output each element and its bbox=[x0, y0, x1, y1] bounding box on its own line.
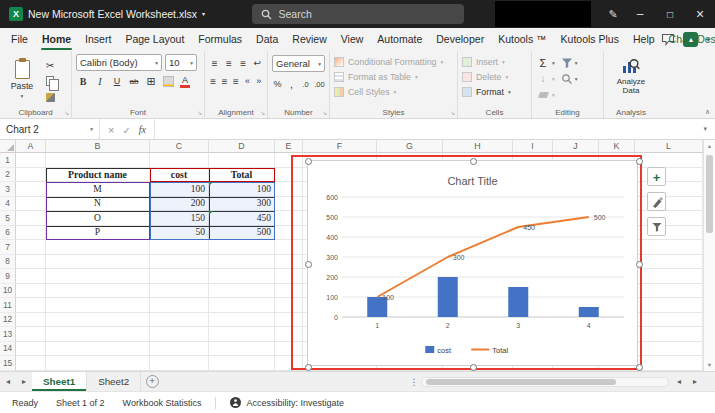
column-header-L[interactable]: L bbox=[635, 140, 703, 153]
cell-B11[interactable] bbox=[46, 298, 150, 313]
cell-D4[interactable]: 300 bbox=[209, 197, 275, 212]
cell-A7[interactable] bbox=[16, 240, 46, 255]
cell-C13[interactable] bbox=[150, 327, 209, 342]
cell-L7[interactable] bbox=[635, 240, 703, 255]
cell-B2[interactable]: Product name bbox=[46, 168, 150, 183]
row-header-10[interactable]: 10 bbox=[0, 284, 16, 299]
share-button[interactable] bbox=[683, 32, 698, 47]
cell-A4[interactable] bbox=[16, 197, 46, 212]
font-size-select[interactable]: 10 bbox=[165, 54, 197, 71]
horizontal-scrollbar-thumb[interactable] bbox=[426, 379, 616, 385]
cell-B9[interactable] bbox=[46, 269, 150, 284]
cell-C11[interactable] bbox=[150, 298, 209, 313]
maximize-button[interactable] bbox=[655, 0, 685, 28]
cell-E4[interactable] bbox=[275, 197, 303, 212]
collapse-ribbon-chevron-icon[interactable] bbox=[705, 108, 710, 116]
chart-elements-button[interactable] bbox=[647, 167, 666, 186]
title-dropdown-chevron-icon[interactable] bbox=[202, 11, 205, 17]
ribbon-options-chevron-icon[interactable] bbox=[706, 36, 710, 44]
font-dialog-launcher[interactable] bbox=[197, 109, 202, 116]
cell-D8[interactable] bbox=[209, 255, 275, 270]
cell-E8[interactable] bbox=[275, 255, 303, 270]
cell-E5[interactable] bbox=[275, 211, 303, 226]
cell-D13[interactable] bbox=[209, 327, 275, 342]
next-sheet-icon[interactable] bbox=[16, 372, 32, 391]
cell-B14[interactable] bbox=[46, 342, 150, 357]
paste-button[interactable]: Paste bbox=[4, 54, 40, 104]
cell-E14[interactable] bbox=[275, 342, 303, 357]
ribbon-tab-file[interactable]: File bbox=[4, 29, 35, 51]
cell-A9[interactable] bbox=[16, 269, 46, 284]
cell-A5[interactable] bbox=[16, 211, 46, 226]
cell-A12[interactable] bbox=[16, 313, 46, 328]
cell-E10[interactable] bbox=[275, 284, 303, 299]
cell-D15[interactable] bbox=[209, 356, 275, 371]
cell-C14[interactable] bbox=[150, 342, 209, 357]
row-header-6[interactable]: 6 bbox=[0, 226, 16, 241]
cell-C6[interactable]: 50 bbox=[150, 226, 209, 241]
scroll-left-icon[interactable] bbox=[671, 372, 687, 391]
cell-A10[interactable] bbox=[16, 284, 46, 299]
column-header-H[interactable]: H bbox=[443, 140, 513, 153]
row-header-15[interactable]: 15 bbox=[0, 356, 16, 371]
clear-button[interactable] bbox=[536, 88, 555, 101]
ribbon-tab-help[interactable]: Help bbox=[626, 29, 662, 51]
borders-icon[interactable] bbox=[144, 74, 158, 88]
cell-C15[interactable] bbox=[150, 356, 209, 371]
cell-B7[interactable] bbox=[46, 240, 150, 255]
enter-icon[interactable] bbox=[122, 120, 130, 138]
align-right-icon[interactable] bbox=[232, 74, 240, 88]
percent-style-icon[interactable] bbox=[272, 77, 283, 91]
delete-cells-button[interactable]: Delete bbox=[462, 69, 527, 84]
cell-L10[interactable] bbox=[635, 284, 703, 299]
clipboard-dialog-launcher[interactable] bbox=[64, 109, 69, 116]
column-header-A[interactable]: A bbox=[16, 140, 46, 153]
comma-style-icon[interactable] bbox=[286, 77, 297, 91]
vertical-scrollbar-thumb[interactable] bbox=[706, 155, 713, 233]
new-sheet-button[interactable] bbox=[141, 372, 163, 391]
decrease-decimal-icon[interactable] bbox=[314, 77, 325, 91]
analyze-data-button[interactable]: Analyze Data bbox=[608, 54, 654, 95]
insert-cells-button[interactable]: Insert bbox=[462, 54, 527, 69]
cell-A6[interactable] bbox=[16, 226, 46, 241]
column-header-I[interactable]: I bbox=[513, 140, 553, 153]
column-header-F[interactable]: F bbox=[303, 140, 377, 153]
cell-E13[interactable] bbox=[275, 327, 303, 342]
underline-icon[interactable] bbox=[110, 74, 124, 88]
expand-formula-bar-chevron-icon[interactable] bbox=[695, 119, 715, 139]
cell-A11[interactable] bbox=[16, 298, 46, 313]
sort-filter-button[interactable] bbox=[561, 56, 578, 69]
cell-L13[interactable] bbox=[635, 327, 703, 342]
cell-C10[interactable] bbox=[150, 284, 209, 299]
cell-B10[interactable] bbox=[46, 284, 150, 299]
cell-D10[interactable] bbox=[209, 284, 275, 299]
close-button[interactable] bbox=[685, 0, 715, 28]
cell-C3[interactable]: 100 bbox=[150, 182, 209, 197]
cell-A8[interactable] bbox=[16, 255, 46, 270]
row-header-4[interactable]: 4 bbox=[0, 197, 16, 212]
increase-indent-icon[interactable] bbox=[255, 74, 263, 88]
number-format-select[interactable]: General bbox=[272, 55, 325, 72]
cell-L11[interactable] bbox=[635, 298, 703, 313]
cell-B3[interactable]: M bbox=[46, 182, 150, 197]
row-header-14[interactable]: 14 bbox=[0, 342, 16, 357]
decrease-indent-icon[interactable] bbox=[243, 74, 251, 88]
font-name-select[interactable]: Calibri (Body) bbox=[76, 54, 162, 71]
align-top-icon[interactable] bbox=[209, 56, 220, 70]
row-header-9[interactable]: 9 bbox=[0, 269, 16, 284]
styles-dialog-launcher[interactable] bbox=[450, 109, 455, 116]
align-bottom-icon[interactable] bbox=[238, 56, 249, 70]
cell-B13[interactable] bbox=[46, 327, 150, 342]
vertical-scrollbar[interactable] bbox=[703, 140, 715, 371]
ribbon-tab-kutools-plus[interactable]: Kutools Plus bbox=[554, 29, 626, 51]
accessibility-status[interactable]: Accessibility: Investigate bbox=[221, 397, 353, 408]
cell-L15[interactable] bbox=[635, 356, 703, 371]
cell-L6[interactable] bbox=[635, 226, 703, 241]
ribbon-tab-insert[interactable]: Insert bbox=[78, 29, 118, 51]
cell-D6[interactable]: 500 bbox=[209, 226, 275, 241]
ribbon-tab-automate[interactable]: Automate bbox=[370, 29, 429, 51]
cell-E6[interactable] bbox=[275, 226, 303, 241]
ribbon-tab-view[interactable]: View bbox=[334, 29, 371, 51]
sheet-tab-sheet1[interactable]: Sheet1 bbox=[32, 372, 87, 391]
cell-styles-button[interactable]: Cell Styles bbox=[334, 84, 453, 99]
